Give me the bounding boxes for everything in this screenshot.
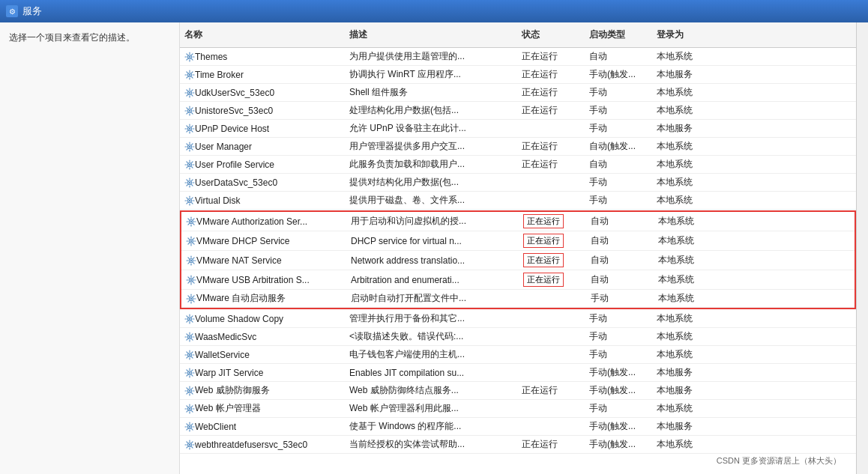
table-row[interactable]: Web 威胁防御服务Web 威胁防御终结点服务...正在运行手动(触发...本地… — [180, 382, 856, 400]
table-row[interactable]: UdkUserSvc_53ec0Shell 组件服务正在运行手动本地系统 — [180, 84, 856, 102]
table-row[interactable]: webthreatdefusersvc_53ec0当前经授权的实体尝试帮助...… — [180, 436, 856, 454]
table-row[interactable]: User Profile Service此服务负责加载和卸载用户...正在运行自… — [180, 156, 856, 174]
table-row[interactable]: VMware DHCP ServiceDHCP service for virt… — [181, 231, 855, 251]
service-login-cell: 本地系统 — [652, 436, 712, 453]
service-name-text: UserDataSvc_53ec0 — [195, 177, 277, 188]
service-status-cell — [517, 120, 585, 137]
service-name-text: webthreatdefusersvc_53ec0 — [195, 440, 307, 450]
service-login-cell: 本地系统 — [652, 102, 712, 119]
service-status-cell — [517, 174, 585, 191]
service-login-cell: 本地服务 — [652, 66, 712, 83]
svg-point-41 — [189, 425, 190, 427]
gear-icon — [184, 332, 195, 342]
service-name-cell: Web 威胁防御服务 — [180, 382, 345, 399]
table-row[interactable]: VMware USB Arbitration S...Arbitration a… — [181, 270, 855, 290]
service-desc-cell: Web 威胁防御终结点服务... — [345, 382, 517, 399]
gear-icon — [184, 106, 195, 116]
table-row[interactable]: User Manager用户管理器提供多用户交互...正在运行自动(触发...本… — [180, 138, 856, 156]
service-name-text: Warp JIT Service — [195, 368, 263, 378]
service-desc-cell: Web 帐户管理器利用此服... — [345, 400, 517, 417]
service-login-cell: 本地系统 — [652, 174, 712, 191]
gear-icon — [184, 124, 195, 134]
service-startup-cell: 自动 — [586, 212, 654, 231]
service-status-cell — [517, 192, 585, 209]
service-name-cell: WaasMedicSvc — [180, 328, 345, 345]
status-badge: 正在运行 — [523, 273, 564, 287]
service-login-cell: 本地系统 — [652, 84, 712, 101]
table-row[interactable]: UnistoreSvc_53ec0处理结构化用户数据(包括...正在运行手动本地… — [180, 102, 856, 120]
svg-point-39 — [189, 407, 190, 409]
service-name-text: VMware NAT Service — [196, 255, 282, 266]
service-desc-cell: 协调执行 WinRT 应用程序... — [345, 66, 517, 83]
gear-icon — [184, 422, 195, 432]
table-row[interactable]: UPnP Device Host允许 UPnP 设备驻主在此计...手动本地服务 — [180, 120, 856, 138]
gear-icon — [184, 142, 195, 152]
table-row[interactable]: Time Broker协调执行 WinRT 应用程序...正在运行手动(触发..… — [180, 66, 856, 84]
table-row[interactable]: WebClient使基于 Windows 的程序能...手动(触发...本地服务 — [180, 418, 856, 436]
table-row[interactable]: Web 帐户管理器Web 帐户管理器利用此服...手动本地系统 — [180, 400, 856, 418]
svg-point-17 — [189, 199, 190, 201]
svg-point-7 — [189, 109, 190, 111]
service-name-cell: Web 帐户管理器 — [180, 400, 345, 417]
col-header-name: 名称 — [180, 25, 345, 44]
service-status-cell: 正在运行 — [517, 156, 585, 173]
service-name-text: Volume Shadow Copy — [195, 314, 283, 324]
service-startup-cell: 手动 — [585, 400, 652, 417]
table-row[interactable]: Virtual Disk提供用于磁盘、卷、文件系...手动本地系统 — [180, 192, 856, 210]
service-name-cell: UPnP Device Host — [180, 120, 345, 137]
service-name-cell: VMware NAT Service — [181, 251, 346, 270]
service-desc-cell: 当前经授权的实体尝试帮助... — [345, 436, 517, 453]
title-bar: ⚙ 服务 — [0, 0, 868, 22]
service-desc-cell: Arbitration and enumerati... — [346, 270, 519, 289]
table-body[interactable]: Themes为用户提供使用主题管理的...正在运行自动本地系统 Time Bro… — [180, 48, 856, 474]
gear-icon — [184, 368, 195, 378]
service-status-cell: 正在运行 — [519, 231, 586, 250]
table-header: 名称 描述 状态 启动类型 登录为 — [180, 22, 856, 48]
service-status-cell — [517, 346, 585, 363]
service-startup-cell: 自动 — [586, 270, 654, 289]
content-area: 选择一个项目来查看它的描述。 名称 描述 状态 启动类型 登录为 Themes为… — [0, 22, 868, 474]
col-header-desc: 描述 — [345, 25, 517, 44]
table-row[interactable]: VMware 自动启动服务启动时自动打开配置文件中...手动本地系统 — [181, 290, 855, 308]
service-status-cell — [517, 364, 585, 381]
scrollbar[interactable] — [856, 22, 868, 474]
gear-icon — [184, 52, 195, 62]
service-status-cell: 正在运行 — [517, 102, 585, 119]
svg-point-29 — [189, 317, 190, 319]
gear-icon — [184, 70, 195, 80]
service-status-cell: 正在运行 — [517, 48, 585, 65]
service-name-text: UnistoreSvc_53ec0 — [195, 106, 273, 116]
table-row[interactable]: VMware NAT ServiceNetwork address transl… — [181, 251, 855, 270]
service-name-cell: VMware Authorization Ser... — [181, 212, 346, 231]
status-badge: 正在运行 — [523, 214, 564, 228]
service-desc-cell: <读取描述失败。错误代码:... — [345, 328, 517, 345]
service-desc-cell: 为用户提供使用主题管理的... — [345, 48, 517, 65]
table-row[interactable]: Volume Shadow Copy管理并执行用于备份和其它...手动本地系统 — [180, 310, 856, 328]
service-name-cell: UserDataSvc_53ec0 — [180, 174, 345, 191]
service-startup-cell: 手动 — [585, 328, 652, 345]
col-header-login: 登录为 — [652, 25, 712, 44]
service-login-cell: 本地系统 — [652, 48, 712, 65]
service-status-cell: 正在运行 — [517, 382, 585, 399]
service-name-text: VMware 自动启动服务 — [196, 292, 286, 305]
table-row[interactable]: Warp JIT ServiceEnables JIT compilation … — [180, 364, 856, 382]
service-name-cell: WebClient — [180, 418, 345, 435]
service-login-cell: 本地服务 — [652, 382, 712, 399]
table-row[interactable]: Themes为用户提供使用主题管理的...正在运行自动本地系统 — [180, 48, 856, 66]
gear-icon — [184, 314, 195, 324]
table-row[interactable]: UserDataSvc_53ec0提供对结构化用户数据(包...手动本地系统 — [180, 174, 856, 192]
service-startup-cell: 自动 — [586, 231, 654, 250]
vmware-group: VMware Authorization Ser...用于启动和访问虚拟机的授.… — [180, 210, 856, 309]
service-desc-cell: 允许 UPnP 设备驻主在此计... — [345, 120, 517, 137]
table-row[interactable]: VMware Authorization Ser...用于启动和访问虚拟机的授.… — [181, 212, 855, 231]
service-name-text: VMware Authorization Ser... — [196, 216, 307, 227]
gear-icon — [184, 404, 195, 414]
service-login-cell: 本地系统 — [654, 251, 714, 270]
table-row[interactable]: WalletService电子钱包客户端使用的主机...手动本地系统 — [180, 346, 856, 364]
svg-point-11 — [189, 145, 190, 147]
table-row[interactable]: WaasMedicSvc<读取描述失败。错误代码:...手动本地系统 — [180, 328, 856, 346]
service-name-cell: Time Broker — [180, 66, 345, 83]
service-name-text: Themes — [195, 52, 227, 62]
gear-icon — [184, 195, 195, 206]
svg-point-3 — [189, 73, 190, 75]
